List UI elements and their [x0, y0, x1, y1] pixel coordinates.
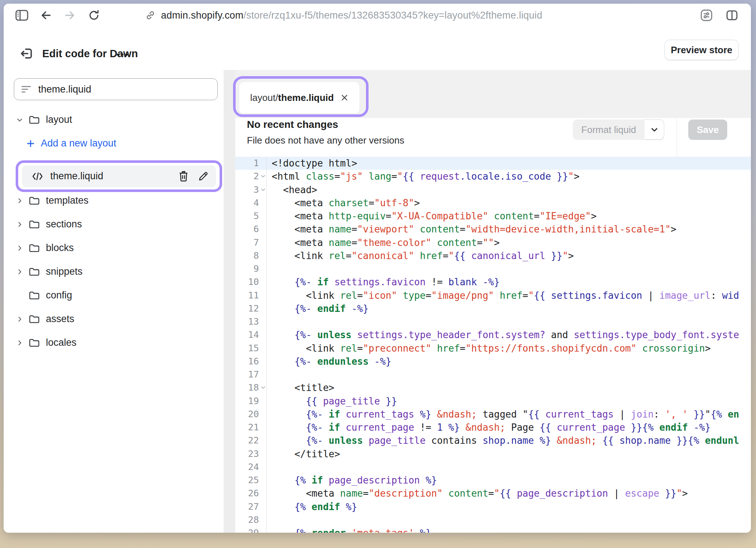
line-number: 27	[235, 500, 267, 513]
line-content: {% if page_description %}	[267, 474, 437, 487]
code-line-4[interactable]: 4 <meta charset="utf-8">	[235, 196, 751, 210]
line-number: 6	[235, 223, 267, 236]
sidebar-folder-locales[interactable]: locales	[4, 336, 224, 349]
reload-button[interactable]	[86, 7, 102, 23]
code-line-19[interactable]: 19 {{ page_title }}	[235, 395, 751, 408]
code-line-29[interactable]: 29 {% render 'meta-tags' %}	[235, 527, 751, 533]
browser-settings-button[interactable]	[698, 7, 714, 23]
back-arrow-icon	[40, 9, 52, 21]
code-line-16[interactable]: 16 {%- endunless -%}	[235, 355, 751, 368]
code-line-18[interactable]: 18 <title>	[235, 381, 751, 394]
sidebar-folder-sections[interactable]: sections	[4, 218, 224, 231]
chevron-down-icon	[16, 116, 24, 124]
sidebar-folder-templates[interactable]: templates	[4, 194, 224, 207]
line-content: <link rel="canonical" href="{{ canonical…	[267, 249, 574, 262]
code-line-10[interactable]: 10 {%- if settings.favicon != blank -%}	[235, 275, 751, 289]
code-line-21[interactable]: 21 {%- if current_page != 1 %} &ndash; P…	[235, 421, 751, 434]
fold-chevron-icon[interactable]	[260, 385, 266, 390]
folder-icon	[28, 219, 40, 230]
format-liquid-button[interactable]: Format liquid	[573, 120, 645, 140]
action-label: Add a new layout	[41, 138, 116, 149]
code-line-9[interactable]: 9	[235, 262, 751, 275]
editor-panel: layout/theme.liquid No recent changes Fi…	[235, 70, 751, 533]
sidebar-folder-layout[interactable]: layout	[4, 113, 224, 126]
code-line-24[interactable]: 24	[235, 461, 751, 474]
line-number: 24	[235, 461, 267, 474]
sidebar-action-add-a-new-layout[interactable]: Add a new layout	[4, 137, 224, 150]
code-line-1[interactable]: 1<!doctype html>	[235, 157, 751, 170]
rename-file-button[interactable]	[198, 171, 209, 182]
save-button[interactable]: Save	[688, 120, 727, 140]
format-dropdown-button[interactable]	[645, 120, 664, 140]
line-number: 4	[235, 196, 267, 210]
exit-editor-button[interactable]	[18, 45, 35, 62]
line-number: 14	[235, 328, 267, 341]
code-line-7[interactable]: 7 <meta name="theme-color" content="">	[235, 236, 751, 249]
line-number: 2	[235, 170, 267, 183]
code-line-22[interactable]: 22 {%- unless page_title contains shop.n…	[235, 434, 751, 447]
code-line-27[interactable]: 27 {% endif %}	[235, 500, 751, 513]
fold-chevron-icon[interactable]	[260, 187, 266, 192]
folder-icon	[28, 267, 40, 277]
code-line-20[interactable]: 20 {%- if current_tags %} &ndash; tagged…	[235, 408, 751, 421]
file-search[interactable]	[14, 78, 218, 100]
code-line-26[interactable]: 26 <meta name="description" content="{{ …	[235, 487, 751, 500]
code-line-6[interactable]: 6 <meta name="viewport" content="width=d…	[235, 223, 751, 236]
line-number: 12	[235, 302, 267, 315]
version-subtitle: File does not have any other versions	[247, 135, 404, 146]
sidebar-folder-assets[interactable]: assets	[4, 312, 224, 326]
code-line-3[interactable]: 3 <head>	[235, 183, 751, 196]
line-number: 1	[235, 157, 267, 170]
filter-icon	[21, 85, 32, 94]
sidebar-folder-snippets[interactable]: snippets	[4, 265, 224, 278]
browser-toolbar: admin.shopify.com/store/rzq1xu-f5/themes…	[4, 4, 751, 27]
code-line-2[interactable]: 2<html class="js" lang="{{ request.local…	[235, 170, 751, 183]
sidebar-folder-blocks[interactable]: blocks	[4, 241, 224, 255]
split-view-button[interactable]	[724, 7, 740, 23]
code-line-13[interactable]: 13	[235, 315, 751, 328]
line-content: <link rel="preconnect" href="https://fon…	[267, 342, 710, 355]
folder-icon	[28, 196, 40, 206]
code-line-11[interactable]: 11 <link rel="icon" type="image/png" hre…	[235, 289, 751, 302]
sidebar-file-theme-liquid[interactable]: theme.liquid	[22, 165, 216, 187]
line-content	[267, 513, 272, 527]
url-bar[interactable]: admin.shopify.com/store/rzq1xu-f5/themes…	[145, 10, 698, 21]
code-line-28[interactable]: 28	[235, 513, 751, 527]
folder-label: layout	[46, 114, 72, 125]
tab-close-button[interactable]	[338, 91, 351, 104]
line-number: 26	[235, 487, 267, 500]
plus-icon	[26, 139, 35, 148]
code-line-5[interactable]: 5 <meta http-equiv="X-UA-Compatible" con…	[235, 210, 751, 223]
code-line-8[interactable]: 8 <link rel="canonical" href="{{ canonic…	[235, 249, 751, 262]
more-actions-button[interactable]	[113, 48, 132, 61]
sidebar-folder-config[interactable]: config	[4, 289, 224, 302]
forward-button[interactable]	[62, 7, 78, 23]
line-content: {%- if current_tags %} &ndash; tagged "{…	[267, 408, 739, 421]
code-line-12[interactable]: 12 {%- endif -%}	[235, 302, 751, 315]
code-line-14[interactable]: 14 {%- unless settings.type_header_font.…	[235, 328, 751, 341]
search-input[interactable]	[38, 83, 211, 95]
code-line-23[interactable]: 23 </title>	[235, 447, 751, 461]
folder-label: assets	[46, 313, 74, 325]
line-content: <meta charset="utf-8">	[267, 196, 420, 210]
line-number: 17	[235, 368, 267, 381]
browser-window: admin.shopify.com/store/rzq1xu-f5/themes…	[4, 4, 751, 533]
delete-icon	[178, 171, 189, 182]
tab-theme-liquid[interactable]: layout/theme.liquid	[239, 82, 359, 113]
code-line-17[interactable]: 17	[235, 368, 751, 381]
folder-icon	[28, 290, 40, 301]
sidebar-toggle-button[interactable]	[14, 7, 30, 23]
line-content	[267, 461, 272, 474]
code-line-25[interactable]: 25 {% if page_description %}	[235, 474, 751, 487]
url-text: admin.shopify.com/store/rzq1xu-f5/themes…	[161, 10, 542, 21]
line-content	[267, 262, 272, 275]
code-editor[interactable]: 1<!doctype html>2<html class="js" lang="…	[235, 157, 751, 533]
code-line-15[interactable]: 15 <link rel="preconnect" href="https://…	[235, 342, 751, 355]
preview-store-button[interactable]: Preview store	[665, 40, 739, 60]
back-button[interactable]	[38, 7, 54, 23]
delete-file-button[interactable]	[178, 171, 189, 182]
fold-chevron-icon[interactable]	[260, 173, 266, 179]
file-label: theme.liquid	[50, 171, 103, 182]
line-number: 7	[235, 236, 267, 249]
chevron-right-icon	[16, 197, 24, 205]
